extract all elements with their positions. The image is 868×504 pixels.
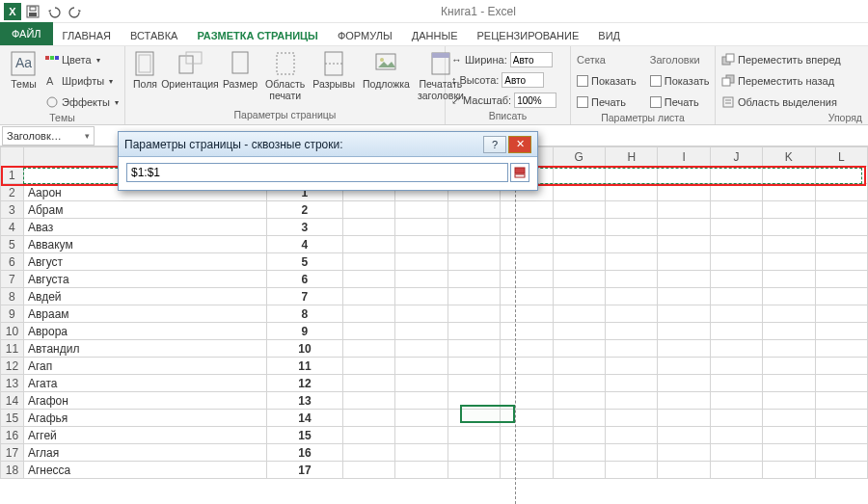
col-header[interactable]: G — [553, 147, 605, 167]
cell[interactable]: 7 — [267, 288, 343, 305]
row-header[interactable]: 15 — [1, 410, 24, 427]
table-row[interactable]: 14Агафон13 — [1, 392, 868, 410]
cell[interactable]: 16 — [267, 444, 343, 462]
gridlines-print-checkbox[interactable]: Печать — [577, 93, 637, 112]
selection-pane-button[interactable]: Область выделения — [721, 93, 837, 112]
cell[interactable]: 14 — [267, 410, 343, 427]
table-row[interactable]: 9Авраам8 — [1, 305, 868, 323]
close-button[interactable]: ✕ — [508, 136, 531, 153]
row-header[interactable]: 4 — [1, 219, 24, 236]
row-header[interactable]: 18 — [1, 462, 24, 479]
table-row[interactable]: 7Августа6 — [1, 271, 868, 288]
scale-field[interactable] — [514, 93, 556, 108]
cell[interactable]: 5 — [267, 253, 343, 271]
table-row[interactable]: 11Автандил10 — [1, 340, 868, 358]
row-header[interactable]: 5 — [1, 236, 24, 253]
cell[interactable]: 2 — [267, 201, 343, 219]
width-field[interactable] — [510, 52, 553, 67]
col-header[interactable]: H — [606, 147, 658, 167]
row-header[interactable]: 6 — [1, 253, 24, 271]
cell[interactable]: Аввакум — [23, 236, 266, 253]
margins-button[interactable]: Поля — [131, 48, 159, 93]
cell[interactable]: Аваз — [23, 219, 266, 236]
cell[interactable]: Автандил — [23, 340, 266, 358]
row-header[interactable]: 12 — [1, 358, 24, 375]
name-box[interactable]: Заголовк… ▾ — [2, 126, 95, 146]
background-button[interactable]: Подложка — [361, 48, 412, 93]
tab-view[interactable]: ВИД — [588, 26, 630, 45]
cell[interactable]: Агата — [23, 375, 266, 392]
worksheet[interactable]: A B C D E F G H I J K L 1ИменаНомер2Ааро… — [0, 146, 868, 504]
col-header[interactable]: I — [658, 147, 710, 167]
table-row[interactable]: 6Август5 — [1, 253, 868, 271]
row-header[interactable]: 14 — [1, 392, 24, 410]
size-button[interactable]: Размер — [221, 48, 259, 93]
cell[interactable]: 3 — [267, 219, 343, 236]
tab-page-layout[interactable]: РАЗМЕТКА СТРАНИЦЫ — [187, 26, 328, 45]
cell[interactable]: Августа — [23, 271, 266, 288]
collapse-dialog-button[interactable] — [510, 163, 529, 182]
cell[interactable]: 11 — [267, 358, 343, 375]
cell[interactable]: Август — [23, 253, 266, 271]
cell[interactable]: 12 — [267, 375, 343, 392]
table-row[interactable]: 16Аггей15 — [1, 427, 868, 444]
table-row[interactable]: 12Агап11 — [1, 358, 868, 375]
row-header[interactable]: 2 — [1, 184, 24, 201]
headings-print-checkbox[interactable]: Печать — [650, 93, 710, 112]
redo-button[interactable] — [66, 2, 85, 21]
row-header[interactable]: 8 — [1, 288, 24, 305]
row-header[interactable]: 1 — [1, 167, 24, 184]
undo-button[interactable] — [44, 2, 64, 21]
row-header[interactable]: 13 — [1, 375, 24, 392]
table-row[interactable]: 8Авдей7 — [1, 288, 868, 305]
row-header[interactable]: 9 — [1, 305, 24, 323]
table-row[interactable]: 10Аврора9 — [1, 323, 868, 340]
cell[interactable]: Агап — [23, 358, 266, 375]
row-header[interactable]: 10 — [1, 323, 24, 340]
cell[interactable]: 8 — [267, 305, 343, 323]
dialog-titlebar[interactable]: Параметры страницы - сквозные строки: ? … — [119, 132, 537, 157]
table-row[interactable]: 13Агата12 — [1, 375, 868, 392]
help-button[interactable]: ? — [483, 136, 506, 153]
row-header[interactable]: 11 — [1, 340, 24, 358]
col-header[interactable]: K — [763, 147, 815, 167]
row-header[interactable]: 7 — [1, 271, 24, 288]
tab-data[interactable]: ДАННЫЕ — [402, 26, 468, 45]
cell[interactable]: 10 — [267, 340, 343, 358]
send-backward-button[interactable]: Переместить назад — [721, 71, 834, 91]
select-all-button[interactable] — [1, 147, 24, 167]
table-row[interactable]: 18Агнесса17 — [1, 462, 868, 479]
cell[interactable]: Аггей — [23, 427, 266, 444]
row-header[interactable]: 16 — [1, 427, 24, 444]
cell[interactable]: Аврора — [23, 323, 266, 340]
orientation-button[interactable]: Ориентация — [163, 48, 217, 93]
row-header[interactable]: 17 — [1, 444, 24, 462]
cell[interactable]: Аглая — [23, 444, 266, 462]
col-header[interactable]: L — [815, 147, 867, 167]
save-button[interactable] — [23, 2, 42, 21]
cell[interactable]: 9 — [267, 323, 343, 340]
theme-effects-button[interactable]: Эффекты▾ — [45, 93, 119, 112]
row-header[interactable]: 3 — [1, 201, 24, 219]
theme-colors-button[interactable]: Цвета▾ — [45, 50, 119, 69]
cell[interactable]: Абрам — [23, 201, 266, 219]
range-input[interactable] — [126, 163, 508, 182]
height-field[interactable] — [502, 72, 544, 88]
page-setup-dialog[interactable]: Параметры страницы - сквозные строки: ? … — [118, 131, 538, 191]
theme-fonts-button[interactable]: AШрифты▾ — [45, 71, 119, 91]
cell[interactable]: Агнесса — [23, 462, 266, 479]
table-row[interactable]: 4Аваз3 — [1, 219, 868, 236]
col-header[interactable]: J — [710, 147, 762, 167]
cell[interactable]: 17 — [267, 462, 343, 479]
print-area-button[interactable]: Область печати — [263, 48, 307, 103]
cell[interactable]: 4 — [267, 236, 343, 253]
bring-forward-button[interactable]: Переместить вперед — [721, 50, 841, 69]
table-row[interactable]: 15Агафья14 — [1, 410, 868, 427]
cell[interactable]: Авраам — [23, 305, 266, 323]
tab-insert[interactable]: ВСТАВКА — [121, 26, 187, 45]
gridlines-view-checkbox[interactable]: Показать — [577, 71, 637, 91]
headings-view-checkbox[interactable]: Показать — [650, 71, 710, 91]
tab-review[interactable]: РЕЦЕНЗИРОВАНИЕ — [468, 26, 589, 45]
table-row[interactable]: 17Аглая16 — [1, 444, 868, 462]
cell[interactable]: Агафья — [23, 410, 266, 427]
